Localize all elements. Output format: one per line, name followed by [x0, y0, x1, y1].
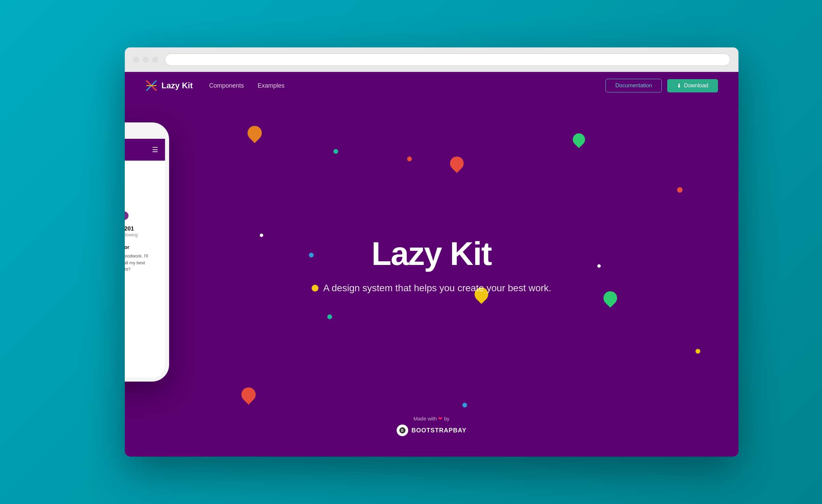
browser-minimize-dot — [143, 57, 149, 63]
bootstrapbay-label: BOOTSTRAPBAY — [412, 427, 466, 434]
hero-subtitle: A design system that helps you create yo… — [312, 283, 551, 294]
website-content: Lazy Kit Components Examples Documentati… — [125, 72, 738, 457]
nav-link-examples[interactable]: Examples — [258, 82, 285, 89]
download-icon: ⬇ — [677, 83, 681, 89]
stat-following: 201 following — [125, 225, 138, 237]
nav-links: Components Examples — [209, 82, 285, 89]
nav-link-components[interactable]: Components — [209, 82, 244, 89]
bio-name: Ella Yelich-O'Connor — [125, 244, 130, 250]
browser-maximize-dot — [152, 57, 158, 63]
bio-text: Let's let things come out of the woodwor… — [125, 253, 149, 273]
heart-icon: ❤ — [438, 416, 444, 421]
hamburger-icon[interactable]: ☰ — [152, 146, 158, 154]
profile-name-row: Lorde Follow — [125, 211, 129, 220]
phone-device: Lazy Kit ☰ — [125, 122, 169, 382]
following-label: following — [125, 232, 138, 237]
nav-logo-icon — [145, 79, 158, 92]
hero-title: Lazy Kit — [371, 235, 491, 272]
nav-actions: Documentation ⬇ Download — [606, 79, 718, 92]
hero-section: Lazy Kit A design system that helps you … — [125, 99, 738, 429]
phone-navigation: Lazy Kit ☰ — [125, 139, 165, 161]
phone-notch-area — [125, 127, 165, 139]
browser-chrome — [125, 47, 738, 72]
follow-button[interactable]: Follow — [125, 211, 129, 220]
browser-addressbar[interactable] — [165, 54, 730, 66]
documentation-button[interactable]: Documentation — [606, 79, 662, 92]
nav-brand-label: Lazy Kit — [162, 81, 193, 90]
footer-made-with: Made with ❤ by — [397, 416, 466, 422]
browser-close-dot — [133, 57, 139, 63]
hero-subtitle-text: A design system that helps you create yo… — [323, 283, 551, 294]
footer-brand: B BOOTSTRAPBAY — [397, 425, 466, 436]
profile-stats: 134 posts 6.6m followers 201 following — [125, 225, 138, 237]
browser-window: Lazy Kit Components Examples Documentati… — [125, 47, 738, 457]
site-navigation: Lazy Kit Components Examples Documentati… — [125, 72, 738, 99]
download-label: Download — [684, 83, 708, 89]
download-button[interactable]: ⬇ Download — [667, 79, 718, 92]
phone-content: Lorde Follow 134 posts 6.6m followers — [125, 161, 165, 377]
nav-brand: Lazy Kit — [145, 79, 193, 92]
bootstrapbay-logo-icon: B — [397, 425, 408, 436]
profile-section: Lorde Follow 134 posts 6.6m followers — [125, 161, 165, 332]
phone-nav-brand: Lazy Kit — [125, 146, 152, 153]
svg-text:B: B — [401, 429, 404, 432]
phone-mockup-wrapper: Lazy Kit ☰ — [125, 122, 169, 382]
following-value: 201 — [125, 225, 138, 232]
hero-accent-dot — [312, 285, 318, 292]
browser-traffic-lights — [133, 57, 158, 63]
site-footer: Made with ❤ by B BOOTSTRAPBAY — [397, 416, 466, 436]
